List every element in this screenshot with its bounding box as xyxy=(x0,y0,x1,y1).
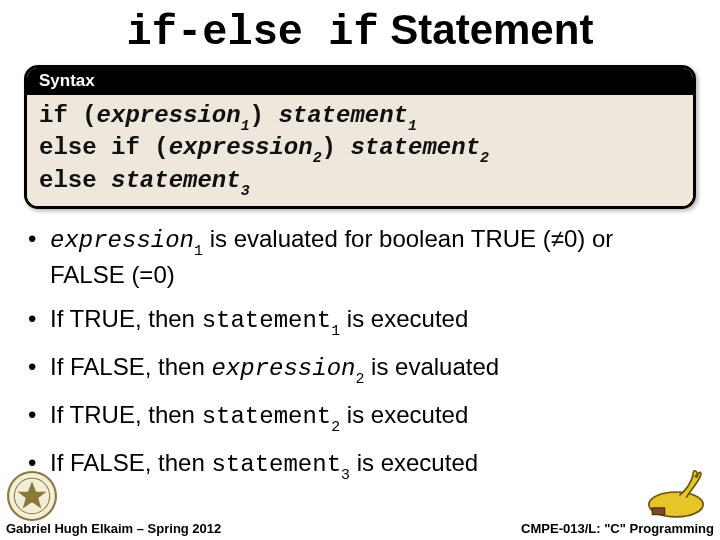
svg-point-3 xyxy=(695,474,698,477)
title-code: if-else if xyxy=(127,9,379,57)
syntax-header: Syntax xyxy=(27,68,693,95)
bullet-item: If TRUE, then statement2 is executed xyxy=(28,399,692,435)
syntax-box: Syntax if (expression1) statement1 else … xyxy=(24,65,696,209)
slide-title: if-else if Statement xyxy=(0,0,720,65)
bullet-item: If FALSE, then expression2 is evaluated xyxy=(28,351,692,387)
syntax-line: if (expression1) statement1 xyxy=(39,101,681,133)
syntax-line: else statement3 xyxy=(39,166,681,198)
syntax-line: else if (expression2) statement2 xyxy=(39,133,681,165)
university-seal-icon xyxy=(6,470,58,522)
bullet-item: If TRUE, then statement1 is executed xyxy=(28,303,692,339)
footer-right: CMPE-013/L: "C" Programming xyxy=(521,521,714,536)
slug-mascot-icon xyxy=(642,462,710,522)
svg-rect-4 xyxy=(652,508,664,515)
bullet-list: expression1 is evaluated for boolean TRU… xyxy=(0,223,720,483)
syntax-body: if (expression1) statement1 else if (exp… xyxy=(27,95,693,206)
bullet-item: expression1 is evaluated for boolean TRU… xyxy=(28,223,692,291)
footer-left: Gabriel Hugh Elkaim – Spring 2012 xyxy=(6,521,221,536)
bullet-item: If FALSE, then statement3 is executed xyxy=(28,447,692,483)
title-word: Statement xyxy=(379,6,594,53)
